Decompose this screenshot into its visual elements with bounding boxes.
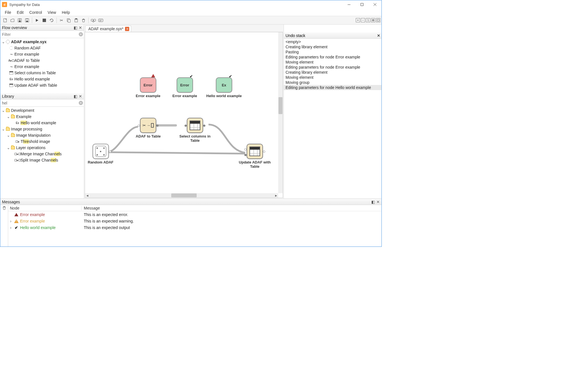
ok-icon: ✔: [13, 225, 19, 230]
flow-item[interactable]: A▸☐ADAF to Table: [0, 57, 84, 64]
delete-button[interactable]: [80, 17, 87, 24]
save-button[interactable]: [16, 17, 23, 24]
save-as-button[interactable]: [23, 17, 31, 24]
messages-col-node[interactable]: Node: [8, 206, 82, 210]
flow-detach-icon[interactable]: ◧: [73, 25, 78, 30]
editor-tab[interactable]: ADAF example.syx* ✕: [85, 25, 131, 32]
library-filter-input[interactable]: [0, 100, 78, 106]
flow-item[interactable]: Random ADAF: [0, 45, 84, 51]
svg-rect-0: [348, 5, 350, 5]
flow-filter-row: ✕: [0, 31, 84, 38]
app-icon: d: [2, 2, 7, 7]
flow-item[interactable]: ⤳Error example: [0, 64, 84, 70]
maximize-button[interactable]: [356, 0, 368, 9]
tool-minus[interactable]: −: [361, 18, 365, 22]
window-title: Sympathy for Data: [9, 3, 40, 7]
node-adaf-to-table[interactable]: ✂→ ADAF to Table: [136, 118, 161, 138]
flow-filter-input[interactable]: [0, 32, 78, 37]
undo-item[interactable]: Editing parameters for node Error exampl…: [284, 65, 381, 70]
lib-dev[interactable]: ⌄Development: [0, 107, 84, 114]
canvas-vscroll[interactable]: [278, 32, 283, 193]
library-detach-icon[interactable]: ◧: [73, 94, 78, 99]
messages-table: Node Message Error example This is an ex…: [8, 205, 381, 247]
messages-close-icon[interactable]: ✕: [376, 200, 380, 204]
messages-clear[interactable]: [0, 205, 8, 247]
tool-rect[interactable]: [376, 18, 380, 22]
library-close-icon[interactable]: ✕: [78, 94, 83, 99]
node-select-cols[interactable]: Select columns in Table: [175, 118, 215, 143]
flow-root-row[interactable]: ⌄ADAF example.syx: [0, 39, 84, 45]
error-icon: [14, 213, 18, 216]
node-hello[interactable]: Ex✔ Hello world example: [206, 77, 242, 98]
lib-imgman[interactable]: ⌄Image Manipulation: [0, 132, 84, 138]
canvas-area[interactable]: Error Error example Error✔ Error example…: [85, 32, 283, 198]
flow-tree[interactable]: ⌄ADAF example.syx Random ADAF ⤳Error exa…: [0, 38, 84, 93]
undo-item[interactable]: Pasting: [284, 49, 381, 54]
menu-help[interactable]: Help: [59, 9, 73, 16]
messages-detach-icon[interactable]: ◧: [371, 200, 375, 204]
flow-filter-clear[interactable]: ✕: [78, 31, 84, 38]
undo-item[interactable]: Moving group: [284, 80, 381, 85]
menu-edit[interactable]: Edit: [14, 9, 27, 16]
insert-node-button[interactable]: [90, 17, 97, 24]
undo-item[interactable]: Editing parameters for node Error exampl…: [284, 54, 381, 60]
paste-button[interactable]: [73, 17, 80, 24]
main-toolbar: ✂ + − 1: [0, 16, 381, 25]
lib-thresh[interactable]: ☐▸Threshold image: [0, 138, 84, 145]
new-button[interactable]: [1, 17, 9, 24]
tab-close-icon[interactable]: ✕: [125, 27, 129, 31]
message-row[interactable]: ›✔ Hello world example This is an expect…: [8, 224, 381, 231]
node-update-adaf[interactable]: Update ADAF with Table: [235, 144, 275, 169]
cut-button[interactable]: ✂: [58, 17, 65, 24]
editor-tab-label: ADAF example.syx*: [88, 27, 123, 31]
tool-plus[interactable]: +: [356, 18, 360, 22]
message-row[interactable]: › Error example This is an expected warn…: [8, 218, 381, 224]
play-button[interactable]: [33, 17, 41, 24]
insert-text-button[interactable]: [97, 17, 104, 24]
open-button[interactable]: [9, 17, 16, 24]
undo-list[interactable]: <empty> Creating library element Pasting…: [284, 39, 381, 199]
library-filter-row: ✕: [0, 99, 84, 107]
copy-button[interactable]: [65, 17, 73, 24]
lib-example[interactable]: ⌄Example: [0, 114, 84, 120]
undo-item[interactable]: Creating library element: [284, 70, 381, 75]
reload-button[interactable]: [48, 17, 55, 24]
flow-item[interactable]: Select columns in Table: [0, 70, 84, 76]
lib-merge[interactable]: ☐▸☐Merge Image Channels: [0, 151, 84, 157]
undo-item[interactable]: Moving element: [284, 60, 381, 65]
stop-button[interactable]: [41, 17, 48, 24]
flow-item[interactable]: ⤳Error example: [0, 51, 84, 57]
messages-col-message[interactable]: Message: [82, 206, 100, 210]
flow-item[interactable]: ExHello world example: [0, 76, 84, 82]
node-random-adaf[interactable]: Random ADAF: [88, 144, 113, 164]
library-tree[interactable]: ⌄Development ⌄Example ExHello world exam…: [0, 107, 84, 199]
menu-view[interactable]: View: [45, 9, 59, 16]
library-filter-clear[interactable]: ✕: [78, 100, 84, 106]
lib-hello[interactable]: ExHello world example: [0, 120, 84, 126]
lib-layerops[interactable]: ⌄Layer operations: [0, 145, 84, 151]
message-row[interactable]: Error example This is an expected error.: [8, 211, 381, 218]
undo-item[interactable]: <empty>: [284, 39, 381, 44]
left-column: Flow overview ◧ ✕ ✕ ⌄ADAF example.syx Ra…: [0, 25, 84, 199]
node-error-green[interactable]: Error✔ Error example: [172, 77, 197, 98]
minimize-button[interactable]: [343, 0, 356, 9]
tool-grid[interactable]: [371, 18, 375, 22]
node-error-red[interactable]: Error Error example: [136, 77, 160, 98]
undo-close-icon[interactable]: ✕: [377, 33, 380, 38]
menubar: File Edit Control View Help: [0, 9, 381, 16]
svg-rect-6: [26, 21, 28, 22]
flow-item[interactable]: Update ADAF with Table: [0, 82, 84, 88]
undo-item[interactable]: Creating library element: [284, 44, 381, 49]
undo-item-selected[interactable]: Editing parameters for node Hello world …: [284, 85, 381, 90]
menu-control[interactable]: Control: [27, 9, 45, 16]
flow-close-icon[interactable]: ✕: [78, 25, 83, 30]
menu-file[interactable]: File: [2, 9, 14, 16]
tool-one[interactable]: 1: [366, 18, 370, 22]
lib-split[interactable]: ☐▸☐Split Image Channels: [0, 157, 84, 163]
canvas-hscroll[interactable]: ◂▸: [85, 193, 278, 198]
close-button[interactable]: [368, 0, 381, 9]
warning-icon: [14, 219, 19, 223]
undo-title: Undo stack: [286, 33, 305, 38]
undo-item[interactable]: Moving element: [284, 75, 381, 80]
lib-imgproc[interactable]: ⌄Image processing: [0, 126, 84, 132]
